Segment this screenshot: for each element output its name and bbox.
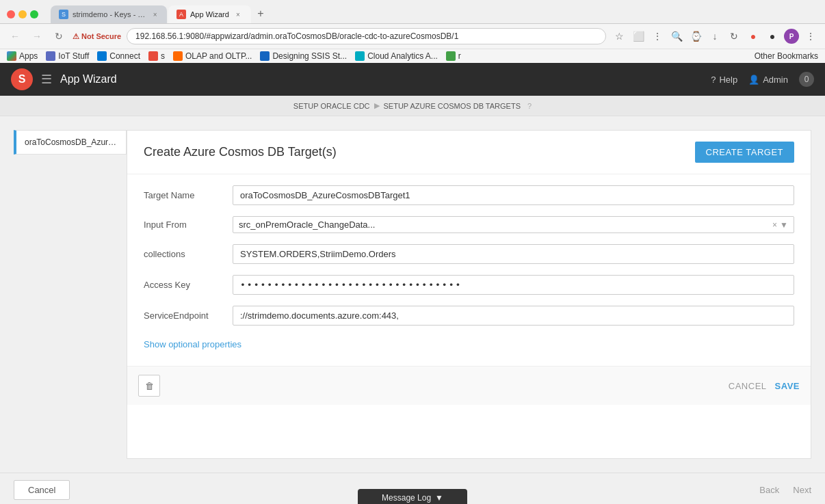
dark-circle-icon: ●: [765, 29, 780, 44]
content-area: oraToCosmosDB_AzureCosmosDBTar... Create…: [0, 116, 825, 473]
service-endpoint-input[interactable]: [233, 306, 794, 326]
access-key-label: Access Key: [144, 280, 233, 290]
bookmark-cloud[interactable]: Cloud Analytics A...: [355, 51, 438, 61]
bookmark-iot-icon: [46, 51, 55, 61]
extensions-icon[interactable]: ⬜: [631, 29, 646, 44]
show-optional-link[interactable]: Show optional properties: [144, 339, 241, 349]
collections-input[interactable]: [233, 244, 794, 264]
zoom-icon[interactable]: 🔍: [669, 29, 684, 44]
notification-badge[interactable]: 0: [799, 72, 814, 87]
app-logo: S: [11, 68, 33, 90]
bookmark-globe[interactable]: r: [446, 51, 461, 61]
hamburger-menu-icon[interactable]: ☰: [41, 72, 52, 87]
other-bookmarks[interactable]: Other Bookmarks: [755, 51, 818, 61]
target-list: oraToCosmosDB_AzureCosmosDBTar...: [14, 130, 127, 459]
bookmark-iot-label: IoT Stuff: [58, 51, 89, 61]
target-name-row: Target Name: [144, 185, 794, 205]
input-from-clear-icon[interactable]: ×: [772, 220, 777, 230]
tab-close-2[interactable]: ×: [233, 10, 243, 19]
sidebar-item-target1[interactable]: oraToCosmosDB_AzureCosmosDBTar...: [14, 130, 127, 155]
breadcrumb-help-icon[interactable]: ?: [527, 102, 532, 110]
bottom-bar: Cancel Back Next Message Log ▼: [0, 473, 825, 504]
bookmark-globe-label: r: [458, 51, 461, 61]
close-dot[interactable]: [7, 10, 15, 18]
refresh-button[interactable]: ↻: [51, 28, 67, 44]
admin-button[interactable]: 👤 Admin: [748, 75, 788, 85]
settings-icon[interactable]: ⋮: [650, 29, 665, 44]
tab-strimdemo-keys[interactable]: S strimdemo - Keys - Microsof... ×: [51, 5, 167, 23]
bookmark-globe-icon: [446, 51, 456, 61]
bookmark-designing-icon: [260, 51, 270, 61]
trash-icon: 🗑: [145, 381, 154, 391]
save-form-button[interactable]: SAVE: [775, 381, 800, 391]
forward-button[interactable]: →: [29, 28, 45, 44]
bookmark-apps[interactable]: Apps: [7, 51, 38, 61]
window-controls: [7, 10, 38, 18]
bookmark-s[interactable]: s: [148, 51, 165, 61]
service-endpoint-label: ServiceEndpoint: [144, 310, 233, 321]
access-key-input[interactable]: [233, 275, 794, 295]
bookmark-olap-label: OLAP and OLTP...: [185, 51, 252, 61]
bookmark-cloud-label: Cloud Analytics A...: [367, 51, 438, 61]
toolbar-icons: ☆ ⬜ ⋮ 🔍 ⌚ ↓ ↻ ● ● P ⋮: [612, 29, 818, 44]
download-icon[interactable]: ↓: [707, 29, 722, 44]
form-header: Create Azure Cosmos DB Target(s) CREATE …: [127, 131, 811, 174]
address-url: 192.168.56.1:9080/#appwizard/admin.oraTo…: [135, 31, 458, 41]
bookmark-connect-label: Connect: [109, 51, 140, 61]
back-button[interactable]: ←: [7, 28, 23, 44]
security-warning: ⚠ Not Secure: [73, 32, 121, 41]
form-body: Target Name Input From src_onPremOracle_…: [127, 174, 811, 360]
tab-favicon-1: S: [59, 10, 68, 19]
input-from-dropdown-icon[interactable]: ▼: [780, 220, 788, 230]
service-endpoint-row: ServiceEndpoint: [144, 306, 794, 326]
profile-icon[interactable]: P: [784, 29, 799, 44]
input-from-select[interactable]: src_onPremOracle_ChangeData... × ▼: [233, 216, 794, 233]
bookmark-olap[interactable]: OLAP and OLTP...: [173, 51, 252, 61]
tab-close-1[interactable]: ×: [152, 10, 159, 19]
bookmark-olap-icon: [173, 51, 183, 61]
bookmark-iot[interactable]: IoT Stuff: [46, 51, 89, 61]
input-from-row: Input From src_onPremOracle_ChangeData..…: [144, 216, 794, 233]
bookmark-designing[interactable]: Designing SSIS St...: [260, 51, 347, 61]
refresh-icon[interactable]: ↻: [726, 29, 742, 44]
bookmark-designing-label: Designing SSIS St...: [272, 51, 347, 61]
help-button[interactable]: ? Help: [711, 75, 737, 85]
delete-target-button[interactable]: 🗑: [138, 375, 160, 397]
app-header: S ☰ App Wizard ? Help 👤 Admin 0: [0, 63, 825, 96]
browser-titlebar: S strimdemo - Keys - Microsof... × A App…: [0, 0, 825, 23]
message-log-bar[interactable]: Message Log ▼: [358, 489, 467, 504]
bookmark-icon[interactable]: ☆: [612, 29, 627, 44]
tab-app-wizard[interactable]: A App Wizard ×: [168, 5, 251, 23]
bottom-cancel-button[interactable]: Cancel: [14, 480, 70, 500]
footer-actions: CANCEL SAVE: [729, 381, 800, 391]
target-name-label: Target Name: [144, 190, 233, 200]
breadcrumb-step1: SETUP ORACLE CDC: [293, 102, 370, 110]
bookmark-apps-label: Apps: [19, 51, 38, 61]
bottom-nav: Back Next: [759, 485, 811, 495]
browser-tabs: S strimdemo - Keys - Microsof... × A App…: [51, 5, 269, 23]
form-title: Create Azure Cosmos DB Target(s): [144, 145, 337, 159]
next-nav-button[interactable]: Next: [793, 485, 811, 495]
browser-toolbar: ← → ↻ ⚠ Not Secure 192.168.56.1:9080/#ap…: [0, 23, 825, 49]
cancel-form-button[interactable]: CANCEL: [729, 381, 767, 391]
message-log-label: Message Log: [382, 493, 431, 503]
new-tab-button[interactable]: +: [252, 5, 269, 22]
bookmark-s-icon: [148, 51, 158, 61]
input-from-label: Input From: [144, 220, 233, 230]
collections-row: collections: [144, 244, 794, 264]
minimize-dot[interactable]: [18, 10, 27, 18]
create-target-button[interactable]: CREATE TARGET: [695, 142, 794, 163]
app-title: App Wizard: [60, 73, 117, 85]
maximize-dot[interactable]: [30, 10, 38, 18]
message-log-chevron-icon: ▼: [435, 493, 443, 503]
admin-person-icon: 👤: [748, 75, 759, 85]
warn-icon: ⚠: [73, 32, 79, 41]
history-icon[interactable]: ⌚: [688, 29, 703, 44]
help-circle-icon: ?: [711, 75, 716, 85]
menu-icon[interactable]: ⋮: [803, 29, 818, 44]
admin-label: Admin: [763, 75, 788, 85]
address-bar[interactable]: 192.168.56.1:9080/#appwizard/admin.oraTo…: [127, 28, 606, 44]
bookmark-connect[interactable]: Connect: [97, 51, 140, 61]
back-nav-button[interactable]: Back: [759, 485, 779, 495]
target-name-input[interactable]: [233, 185, 794, 205]
